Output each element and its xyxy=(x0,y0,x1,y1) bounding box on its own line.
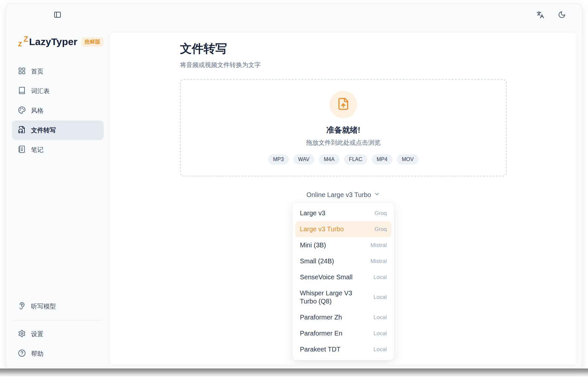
model-option-provider: Local xyxy=(373,274,387,281)
model-option-provider: Local xyxy=(373,294,387,301)
sidebar-item-notes[interactable]: 笔记 xyxy=(12,140,104,160)
languages-icon xyxy=(536,11,544,20)
model-option-provider: Local xyxy=(373,330,387,337)
model-option-name: Parakeet TDT xyxy=(300,345,340,353)
upload-circle xyxy=(330,91,357,118)
sidebar-item-settings[interactable]: 设置 xyxy=(12,324,104,344)
model-option-sensevoice-small[interactable]: SenseVoice Small Local xyxy=(295,269,391,285)
model-option-provider: Groq xyxy=(374,226,387,233)
model-option-provider: Groq xyxy=(374,210,387,217)
page-title: 文件转写 xyxy=(180,41,507,57)
model-option-small-24b[interactable]: Small (24B) Mistral xyxy=(295,253,391,269)
model-option-provider: Mistral xyxy=(370,242,387,249)
sidebar-item-label: 设置 xyxy=(31,330,43,338)
sidebar-toggle-button[interactable] xyxy=(53,10,62,20)
model-option-name: Whisper Large V3 Turbo (Q8) xyxy=(300,289,362,305)
sidebar-item-label: 首页 xyxy=(31,67,43,76)
model-select-value: Online Large v3 Turbo xyxy=(306,191,371,199)
model-option-name: SenseVoice Small xyxy=(300,273,352,281)
sidebar-item-home[interactable]: 首页 xyxy=(12,62,104,81)
main-panel: 文件转写 将音频或视频文件转换为文字 准备就绪! 拖放文件到此处或点击浏览 MP… xyxy=(109,32,577,366)
book-icon xyxy=(18,87,26,96)
model-option-name: Paraformer Zh xyxy=(300,313,342,321)
sidebar-item-help[interactable]: 帮助 xyxy=(12,344,104,364)
gear-icon xyxy=(18,330,26,339)
file-dropzone[interactable]: 准备就绪! 拖放文件到此处或点击浏览 MP3 WAV M4A FLAC MP4 … xyxy=(180,79,507,176)
sidebar-nav: 首页 词汇表 风格 文件转写 笔记 xyxy=(12,62,104,160)
model-option-mini-3b[interactable]: Mini (3B) Mistral xyxy=(295,237,391,253)
sidebar-item-label: 词汇表 xyxy=(31,87,50,95)
sidebar-item-label: 帮助 xyxy=(31,350,43,358)
format-badge: WAV xyxy=(293,154,315,165)
model-select-trigger[interactable]: Online Large v3 Turbo xyxy=(180,191,507,199)
format-badge: FLAC xyxy=(344,154,367,165)
lazytyper-logo-icon: z Z xyxy=(18,35,25,48)
help-icon xyxy=(18,349,26,359)
sidebar: z Z LazyTyper 抢鲜版 首页 词汇表 风格 xyxy=(6,27,109,368)
notebook-icon xyxy=(18,145,26,155)
chevron-down-icon xyxy=(374,191,380,199)
sidebar-item-label: 笔记 xyxy=(31,146,43,154)
brand: z Z LazyTyper 抢鲜版 xyxy=(18,35,104,49)
model-option-paraformer-zh[interactable]: Paraformer Zh Local xyxy=(295,309,391,325)
model-dropdown-menu: Large v3 Groq Large v3 Turbo Groq Mini (… xyxy=(292,202,394,360)
model-option-name: Small (24B) xyxy=(300,257,334,265)
top-bar xyxy=(6,4,582,27)
model-option-name: Paraformer En xyxy=(300,329,342,337)
model-option-provider: Local xyxy=(373,346,387,353)
model-option-parakeet-tdt[interactable]: Parakeet TDT Local xyxy=(295,341,391,357)
sidebar-item-file-transcription[interactable]: 文件转写 xyxy=(12,121,104,140)
sidebar-item-style[interactable]: 风格 xyxy=(12,101,104,121)
model-option-provider: Local xyxy=(373,314,387,321)
page-subtitle: 将音频或视频文件转换为文字 xyxy=(180,61,507,69)
model-option-paraformer-en[interactable]: Paraformer En Local xyxy=(295,325,391,341)
grid-icon xyxy=(18,67,26,76)
file-audio-icon xyxy=(18,126,26,135)
sidebar-item-label: 文件转写 xyxy=(31,126,56,135)
sidebar-item-dictation-models[interactable]: 听写模型 xyxy=(12,297,104,316)
model-option-provider: Mistral xyxy=(370,258,387,265)
format-badge: MOV xyxy=(397,154,418,165)
app-window: z Z LazyTyper 抢鲜版 首页 词汇表 风格 xyxy=(6,3,582,369)
format-badges: MP3 WAV M4A FLAC MP4 MOV xyxy=(181,154,506,165)
version-badge: 抢鲜版 xyxy=(81,37,104,47)
format-badge: MP4 xyxy=(372,154,392,165)
app-name: LazyTyper xyxy=(29,36,77,47)
language-button[interactable] xyxy=(535,10,545,20)
dropzone-hint: 拖放文件到此处或点击浏览 xyxy=(181,139,506,147)
panel-left-icon xyxy=(54,11,61,20)
file-upload-icon xyxy=(337,97,350,112)
moon-icon xyxy=(558,11,566,20)
palette-icon xyxy=(18,106,26,116)
format-badge: M4A xyxy=(319,154,339,165)
model-option-whisper-large-v3-turbo-q8[interactable]: Whisper Large V3 Turbo (Q8) Local xyxy=(295,285,391,309)
model-option-name: Mini (3B) xyxy=(300,241,326,249)
dropzone-headline: 准备就绪! xyxy=(181,125,506,135)
ear-icon xyxy=(18,302,26,311)
model-option-large-v3[interactable]: Large v3 Groq xyxy=(295,205,391,221)
model-option-large-v3-turbo[interactable]: Large v3 Turbo Groq xyxy=(295,221,391,237)
model-option-name: Large v3 Turbo xyxy=(300,225,344,233)
model-option-name: Large v3 xyxy=(300,209,325,217)
window-bottom-shadow xyxy=(0,369,588,377)
sidebar-divider xyxy=(14,320,102,320)
format-badge: MP3 xyxy=(268,154,289,165)
sidebar-item-label: 风格 xyxy=(31,107,43,115)
sidebar-item-vocabulary[interactable]: 词汇表 xyxy=(12,81,104,101)
dark-mode-button[interactable] xyxy=(557,10,567,20)
sidebar-item-label: 听写模型 xyxy=(31,302,56,311)
